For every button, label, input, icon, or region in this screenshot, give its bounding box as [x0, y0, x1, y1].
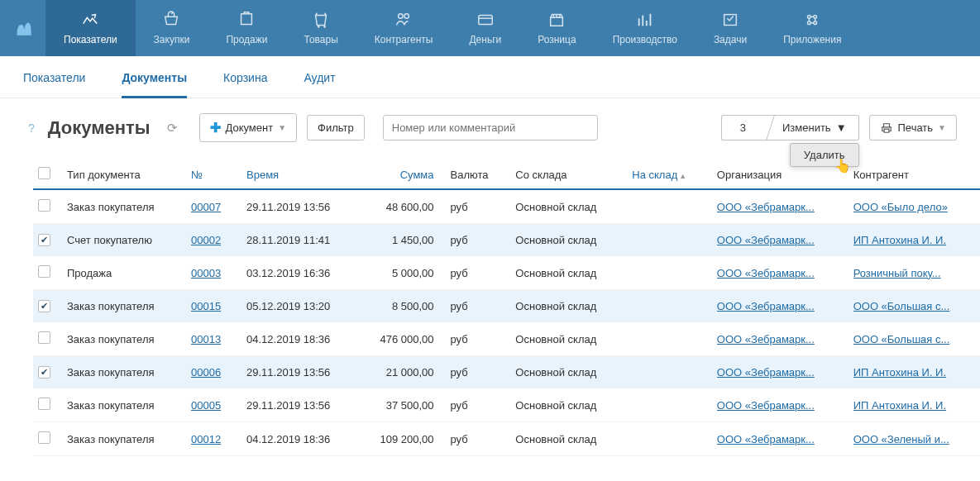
col-counterparty[interactable]: Контрагент	[845, 160, 980, 189]
nav-item-7[interactable]: Производство	[595, 0, 696, 56]
cell-to-warehouse	[624, 356, 709, 388]
col-to-warehouse[interactable]: На склад▲	[624, 160, 709, 189]
counterparty-link[interactable]: ООО «Зеленый и...	[853, 433, 953, 445]
org-link[interactable]: ООО «Зебрамарк...	[717, 433, 816, 445]
counterparty-link[interactable]: ИП Антохина И. И.	[853, 234, 953, 246]
selected-count: 3	[721, 115, 764, 140]
cell-sum: 21 000,00	[358, 356, 442, 388]
table-row[interactable]: Заказ покупателя0000729.11.2019 13:5648 …	[33, 189, 980, 224]
new-document-label: Документ	[226, 121, 274, 134]
cell-organization: ООО «Зебрамарк...	[709, 256, 845, 290]
org-link[interactable]: ООО «Зебрамарк...	[717, 333, 816, 345]
cell-counterparty: ИП Антохина И. И.	[845, 388, 980, 422]
table-row[interactable]: Счет покупателю0000228.11.2019 11:411 45…	[33, 224, 980, 256]
table-row[interactable]: Заказ покупателя0001505.12.2019 13:208 5…	[33, 290, 980, 322]
nav-item-4[interactable]: Контрагенты	[356, 0, 452, 56]
doc-number-link[interactable]: 00003	[191, 267, 221, 279]
col-time[interactable]: Время	[238, 160, 358, 189]
cell-to-warehouse	[624, 388, 709, 422]
new-document-button[interactable]: ✚ Документ ▼	[199, 113, 298, 142]
col-number[interactable]: №	[183, 160, 238, 189]
row-checkbox[interactable]	[38, 431, 50, 444]
nav-item-6[interactable]: Розница	[519, 0, 594, 56]
nav-icon	[803, 11, 821, 29]
app-logo[interactable]	[0, 0, 45, 56]
row-checkbox[interactable]	[38, 331, 50, 344]
table-row[interactable]: Заказ покупателя0000529.11.2019 13:5637 …	[33, 388, 980, 422]
row-checkbox[interactable]	[38, 199, 50, 212]
nav-item-8[interactable]: Задачи	[696, 0, 765, 56]
cell-currency: руб	[442, 422, 508, 456]
table-row[interactable]: Заказ покупателя0001204.12.2019 18:36109…	[33, 422, 980, 456]
caret-down-icon: ▼	[278, 123, 286, 132]
nav-item-0[interactable]: Показатели	[45, 0, 136, 56]
select-all-checkbox[interactable]	[38, 167, 50, 179]
doc-number-link[interactable]: 00007	[191, 201, 221, 213]
cell-from-warehouse: Основной склад	[507, 422, 624, 456]
subtab-1[interactable]: Документы	[122, 71, 187, 98]
doc-number-link[interactable]: 00006	[191, 366, 221, 379]
row-checkbox[interactable]	[38, 300, 50, 312]
documents-table: Тип документа № Время Сумма Валюта Со ск…	[33, 160, 980, 456]
subtab-2[interactable]: Корзина	[223, 71, 267, 98]
cell-sum: 37 500,00	[358, 388, 442, 422]
filter-button[interactable]: Фильтр	[307, 115, 365, 140]
refresh-icon[interactable]: ⟳	[167, 121, 178, 136]
col-type[interactable]: Тип документа	[59, 160, 183, 189]
nav-item-5[interactable]: Деньги	[451, 0, 519, 56]
doc-number-link[interactable]: 00002	[191, 234, 221, 246]
svg-point-6	[808, 16, 811, 19]
delete-menu-item[interactable]: Удалить	[790, 143, 859, 167]
counterparty-link[interactable]: Розничный поку...	[853, 267, 953, 279]
help-icon[interactable]: ?	[28, 121, 35, 135]
cell-sum: 109 200,00	[358, 422, 442, 456]
subtab-3[interactable]: Аудит	[304, 71, 335, 98]
cell-from-warehouse: Основной склад	[507, 356, 624, 388]
row-checkbox[interactable]	[38, 398, 50, 410]
row-checkbox[interactable]	[38, 366, 50, 379]
counterparty-link[interactable]: ИП Антохина И. И.	[853, 399, 953, 412]
doc-number-link[interactable]: 00013	[191, 333, 221, 345]
doc-number-link[interactable]: 00012	[191, 433, 221, 445]
nav-icon	[162, 11, 180, 29]
counterparty-link[interactable]: ООО «Большая с...	[853, 333, 953, 345]
doc-number-link[interactable]: 00005	[191, 399, 221, 412]
nav-icon	[81, 11, 99, 29]
cell-to-warehouse	[624, 224, 709, 256]
nav-icon	[547, 11, 566, 29]
table-row[interactable]: Заказ покупателя0000629.11.2019 13:5621 …	[33, 356, 980, 388]
table-row[interactable]: Продажа0000303.12.2019 16:365 000,00рубО…	[33, 256, 980, 290]
org-link[interactable]: ООО «Зебрамарк...	[717, 234, 816, 246]
col-sum[interactable]: Сумма	[358, 160, 442, 189]
table-row[interactable]: Заказ покупателя0001304.12.2019 18:36476…	[33, 322, 980, 356]
cell-counterparty: ИП Антохина И. И.	[845, 356, 980, 388]
col-currency[interactable]: Валюта	[442, 160, 508, 189]
print-button[interactable]: Печать ▼	[869, 115, 958, 140]
org-link[interactable]: ООО «Зебрамарк...	[717, 366, 816, 379]
org-link[interactable]: ООО «Зебрамарк...	[717, 300, 816, 312]
org-link[interactable]: ООО «Зебрамарк...	[717, 399, 816, 412]
col-from-warehouse[interactable]: Со склада	[507, 160, 624, 189]
org-link[interactable]: ООО «Зебрамарк...	[717, 267, 816, 279]
org-link[interactable]: ООО «Зебрамарк...	[717, 201, 816, 213]
nav-item-9[interactable]: Приложения	[765, 0, 859, 56]
counterparty-link[interactable]: ИП Антохина И. И.	[853, 366, 953, 379]
row-checkbox[interactable]	[38, 234, 50, 246]
nav-item-3[interactable]: Товары	[286, 0, 356, 56]
counterparty-link[interactable]: ООО «Большая с...	[853, 300, 953, 312]
row-checkbox[interactable]	[38, 265, 50, 278]
change-button[interactable]: Изменить ▼	[764, 115, 859, 140]
counterparty-link[interactable]: ООО «Было дело»	[853, 201, 953, 213]
search-input[interactable]	[383, 115, 598, 140]
nav-item-1[interactable]: Закупки	[136, 0, 208, 56]
selection-actions: 3 Изменить ▼ Удалить 👆	[721, 115, 859, 140]
cell-to-warehouse	[624, 189, 709, 224]
nav-item-2[interactable]: Продажи	[208, 0, 285, 56]
doc-number-link[interactable]: 00015	[191, 300, 221, 312]
nav-label: Продажи	[226, 34, 267, 45]
cell-organization: ООО «Зебрамарк...	[709, 422, 845, 456]
subtab-0[interactable]: Показатели	[23, 71, 85, 98]
svg-rect-4	[479, 16, 493, 25]
cell-currency: руб	[442, 256, 508, 290]
nav-icon	[476, 11, 495, 29]
